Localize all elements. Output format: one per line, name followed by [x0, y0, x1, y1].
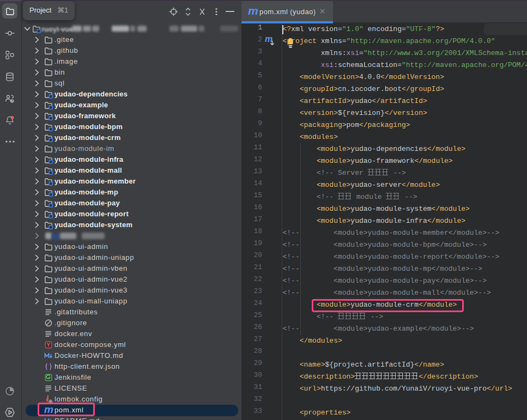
svg-text:?: ? — [11, 99, 13, 102]
